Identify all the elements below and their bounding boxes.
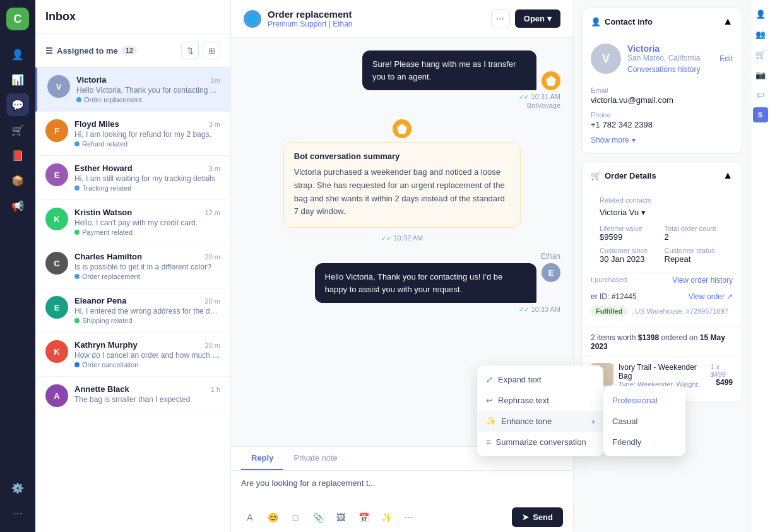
conv-top: Eleanor Pena 20 m (74, 296, 220, 305)
conversation-item-esther[interactable]: E Esther Howard 3 m Hi, I am still waiti… (35, 156, 230, 200)
conv-msg: Hello Victoria, Thank you for contacting… (76, 86, 220, 95)
nav-dots-icon[interactable]: ⋯ (6, 502, 29, 524)
conversation-item-annette[interactable]: A Annette Black 1 h The bag is smaller t… (35, 377, 230, 415)
ai-icon[interactable]: ✨ (377, 509, 395, 526)
phone-label: Phone (591, 111, 733, 119)
checkmark-icon: ✓✓ (381, 235, 391, 242)
reply-input[interactable]: Are you looking for a replacement t... (231, 471, 573, 502)
open-button[interactable]: Open ▾ (515, 9, 560, 28)
ctx-rephrase-text[interactable]: ↩ Rephrase text (477, 390, 603, 411)
panel-icon-tag[interactable]: 🏷 (753, 87, 768, 102)
tone-professional[interactable]: Professional (603, 390, 685, 411)
image-icon[interactable]: 🖼 (332, 509, 350, 526)
conversation-item-eleanor[interactable]: E Eleanor Pena 20 m Hi, I entered the wr… (35, 288, 230, 333)
conv-top: Kristin Watson 12 m (74, 208, 220, 217)
collapse-order-icon: ▲ (723, 170, 733, 181)
nav-campaign-icon[interactable]: 📢 (6, 194, 29, 217)
conv-time: 1m (211, 76, 220, 84)
sort-button[interactable]: ⇅ (181, 42, 199, 59)
nav-cart-icon[interactable]: 🛒 (6, 119, 29, 141)
total-orders-field: Total order count 2 (665, 225, 725, 242)
conversation-item-victoria[interactable]: V Victoria 1m Hello Victoria, Thank you … (35, 68, 230, 112)
chat-title: Order replacement (268, 9, 353, 20)
contact-info-label: Contact info (605, 17, 653, 27)
conversation-item-kristin[interactable]: K Kristin Watson 12 m Hello, I can't pay… (35, 200, 230, 244)
conv-msg: Hello, I can't pay with my credit card. (74, 218, 220, 227)
conversation-item-charles[interactable]: C Charles Hamilton 20 m Is is possible t… (35, 244, 230, 288)
show-more-button[interactable]: Show more ▾ (591, 136, 733, 145)
emoji-icon[interactable]: 😊 (264, 509, 281, 526)
checkmark-icon: ✓✓ (519, 93, 529, 100)
since-label: Customer since (600, 247, 660, 254)
agent-bubble: Hello Victoria, Thank you for contacting… (315, 263, 536, 303)
nav-box-icon[interactable]: 📦 (6, 169, 29, 192)
profile-avatar: V (591, 44, 621, 74)
filter-button[interactable]: ⊞ (203, 42, 220, 59)
product-price-col: 1 x $499 $499 (711, 363, 733, 387)
panel-icon-person[interactable]: 👤 (753, 6, 768, 21)
order-details-header[interactable]: 🛒 Order Details ▲ (582, 162, 742, 189)
ctx-summarize[interactable]: ≡ Summarize conversation (477, 432, 603, 452)
view-order-history-link[interactable]: View order history (672, 276, 733, 285)
panel-icon-camera[interactable]: 📷 (753, 67, 768, 82)
send-label: Send (533, 512, 553, 522)
text-format-icon[interactable]: A (241, 509, 259, 526)
more-options-button[interactable]: ⋯ (491, 9, 510, 28)
reply-tab[interactable]: Reply (241, 447, 283, 470)
panel-icon-s[interactable]: S (753, 107, 768, 122)
last-purchased-label: t purchased (591, 276, 627, 285)
conversation-item-floyd[interactable]: F Floyd Miles 3 m Hi, I am looking for r… (35, 112, 230, 156)
email-value: victoria.vu@gmail.com (591, 95, 733, 105)
nav-settings-icon[interactable]: ⚙️ (6, 476, 29, 499)
nav-book-icon[interactable]: 📕 (6, 144, 29, 167)
nav-inbox-icon[interactable]: 💬 (6, 93, 29, 116)
tone-friendly[interactable]: Friendly (603, 432, 685, 452)
view-order-link[interactable]: View order ↗ (689, 292, 733, 301)
nav-reports-icon[interactable]: 📊 (6, 68, 29, 91)
more-tools-icon[interactable]: ⋯ (400, 509, 418, 526)
tag-dot-icon (74, 186, 80, 191)
collapse-icon: ▲ (723, 16, 733, 27)
victoria-vu-link[interactable]: Victoria Vu ▾ (600, 208, 724, 217)
reply-area: Reply Private note Are you looking for a… (231, 446, 573, 532)
edit-contact-link[interactable]: Edit (720, 54, 733, 63)
panel-icon-add-person[interactable]: 👥 (753, 27, 768, 42)
contact-info-card: 👤 Contact info ▲ V Victoria San Mateo, C… (581, 8, 742, 154)
chat-header: 🌐 Order replacement Premium Support | Et… (231, 0, 573, 38)
conv-time: 12 m (205, 209, 220, 216)
reply-toolbar: A 😊 □ 📎 🖼 📅 ✨ ⋯ ➤ Send (231, 502, 573, 532)
product-name: Ivory Trail - Weekender Bag (619, 363, 706, 381)
tag-dot-icon (74, 274, 80, 279)
agent-label[interactable]: Ethan (333, 20, 352, 28)
tone-casual[interactable]: Casual (603, 411, 685, 432)
total-orders-value: 2 (665, 232, 725, 242)
expand-icon: ⤢ (486, 375, 493, 384)
contact-info-header[interactable]: 👤 Contact info ▲ (582, 8, 742, 35)
private-note-tab[interactable]: Private note (283, 447, 347, 470)
ctx-item-left: ↩ Rephrase text (486, 396, 549, 405)
conversation-item-kathryn[interactable]: K Kathryn Murphy 20 m How do I cancel an… (35, 333, 230, 377)
app-logo[interactable]: C (6, 8, 29, 30)
status-label: Customer status (665, 247, 725, 254)
product-price: $499 (716, 378, 733, 387)
attachment-icon[interactable]: 📎 (309, 509, 327, 526)
order-details-card: 🛒 Order Details ▲ Related contacts Victo… (581, 162, 742, 403)
total-orders-label: Total order count (665, 225, 725, 232)
ctx-expand-text[interactable]: ⤢ Expand text (477, 369, 603, 390)
panel-icon-cart[interactable]: 🛒 (753, 47, 768, 62)
conv-content-kristin: Kristin Watson 12 m Hello, I can't pay w… (74, 208, 220, 236)
conversations-history-link[interactable]: Conversations history (627, 65, 700, 74)
nav-contacts-icon[interactable]: 👤 (6, 43, 29, 66)
inbox-subheader: ☰ Assigned to me 12 ⇅ ⊞ (35, 34, 230, 68)
product-qty: 1 x $499 (711, 363, 733, 378)
avatar-charles: C (45, 252, 68, 275)
conv-time: 1 h (211, 386, 220, 393)
ctx-enhance-tone[interactable]: ✨ Enhance tone › (477, 411, 603, 432)
channel-label[interactable]: Premium Support (268, 20, 326, 28)
contact-info-title: 👤 Contact info (591, 17, 653, 27)
conv-tag: Payment related (74, 228, 220, 236)
calendar-icon[interactable]: 📅 (355, 509, 372, 526)
template-icon[interactable]: □ (287, 509, 304, 526)
send-button[interactable]: ➤ Send (512, 507, 563, 527)
conv-content-charles: Charles Hamilton 20 m Is is possible to … (74, 252, 220, 280)
